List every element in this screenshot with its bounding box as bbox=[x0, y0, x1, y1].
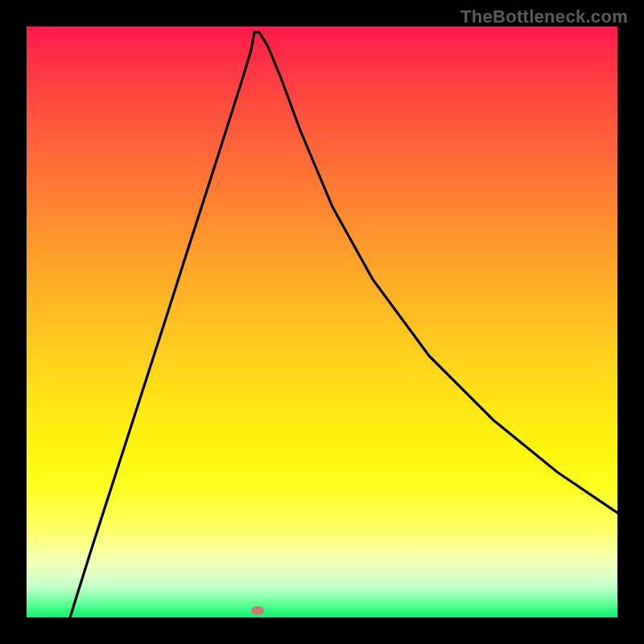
plot-area bbox=[27, 27, 617, 617]
watermark-text: TheBottleneck.com bbox=[460, 6, 628, 27]
chart-frame: TheBottleneck.com bbox=[0, 0, 644, 644]
bottleneck-curve bbox=[27, 27, 617, 617]
optimum-marker bbox=[251, 606, 264, 615]
curve-path bbox=[70, 32, 617, 617]
